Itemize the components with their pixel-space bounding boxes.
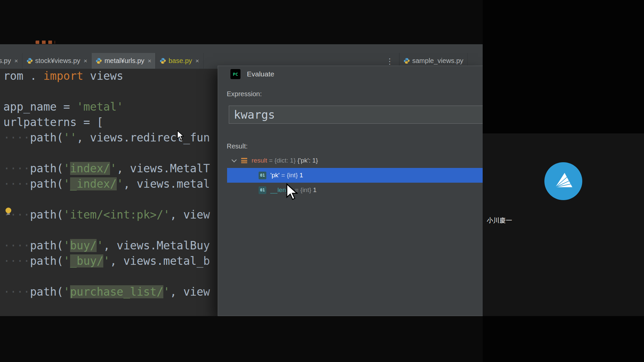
company-logo-icon (552, 170, 575, 192)
code-segment: index/ (70, 162, 110, 175)
tab-base.py[interactable]: base.py× (156, 53, 203, 69)
code-segment: path( (30, 208, 63, 221)
code-line[interactable] (3, 84, 210, 99)
mouse-cursor-editor (177, 130, 184, 142)
code-line[interactable]: ····path('index/', views.MetalT (3, 161, 210, 176)
variable-value: 1 (300, 172, 303, 179)
code-segment: ' (63, 177, 70, 190)
result-label: Result: (227, 142, 248, 150)
pycharm-logo-icon: PC (230, 69, 240, 79)
expander-chevron-icon[interactable] (231, 159, 241, 163)
participant-name: 小川慶一 (487, 216, 512, 225)
code-segment: ···· (3, 177, 30, 190)
variable-type: {int} (300, 186, 313, 194)
code-segment: ···· (3, 239, 30, 252)
equals-sign: = (279, 172, 287, 179)
evaluate-dialog: PC Evaluate Expression: kwargs Result: r… (218, 66, 483, 316)
code-segment: import (43, 69, 83, 82)
participant-avatar (544, 162, 582, 200)
code-segment: ' (103, 254, 110, 267)
code-line[interactable] (3, 269, 210, 284)
code-line[interactable] (3, 192, 210, 207)
code-segment: , views.metal (123, 177, 210, 190)
code-editor[interactable]: rom . import viewsapp_name = 'metal'urlp… (0, 68, 210, 316)
tab-stock-views.py[interactable]: stock¥views.py× (22, 53, 92, 69)
code-segment: views (83, 69, 123, 82)
variable-name: 'pk' (270, 172, 279, 179)
code-line[interactable] (3, 300, 210, 315)
code-segment: , views.MetalT (117, 162, 210, 175)
screen-share-region: s.py×stock¥views.py×metal¥urls.py×base.p… (0, 44, 483, 316)
code-segment: , view (170, 208, 210, 221)
code-segment: ' (63, 239, 70, 252)
int-variable-icon: 01 (259, 186, 266, 194)
code-segment: path( (30, 239, 63, 252)
tab-close-icon[interactable]: × (14, 58, 18, 64)
code-segment: rom . (3, 69, 43, 82)
video-call-stage: s.py×stock¥views.py×metal¥urls.py×base.p… (0, 0, 644, 362)
code-segment: , views.metal_b (110, 254, 210, 267)
code-line[interactable]: urlpatterns = [ (3, 115, 210, 130)
code-segment: path( (30, 254, 63, 267)
tree-row-pk[interactable]: 01'pk' = {int} 1 (227, 168, 483, 183)
clipped-text-fragment (36, 41, 55, 44)
code-segment: 'metal' (77, 100, 123, 113)
code-line[interactable]: ····path('purchase_list/', view (3, 284, 210, 300)
code-line[interactable]: ····path('item/<int:pk>/', view (3, 207, 210, 223)
tree-row-__len__[interactable]: 01__len__ = {int} 1 (227, 183, 483, 197)
code-line[interactable] (3, 145, 210, 161)
variable-name: result (252, 157, 267, 164)
expression-value: kwargs (234, 108, 275, 121)
python-file-icon (26, 58, 33, 64)
dict-variable-icon (241, 158, 247, 163)
video-sidebar: 小川慶一 (483, 0, 644, 362)
tab-label: sample_views.py (412, 57, 463, 65)
editor-tab-bar: s.py×stock¥views.py×metal¥urls.py×base.p… (0, 44, 483, 69)
variable-value: 1 (313, 186, 317, 194)
code-segment: ' (163, 285, 170, 298)
code-segment: ···· (3, 285, 30, 298)
code-segment: '' (63, 131, 77, 144)
code-line[interactable]: ····path(' (3, 315, 210, 316)
python-file-icon (404, 58, 410, 64)
code-segment: _index/ (70, 177, 117, 190)
tab-label: metal¥urls.py (104, 57, 144, 65)
python-file-icon (96, 58, 102, 64)
code-segment: ' (63, 285, 70, 298)
code-segment: _buy/ (70, 254, 103, 267)
code-segment: ' (117, 177, 123, 190)
code-segment: , view (170, 285, 210, 298)
code-line[interactable]: app_name = 'metal' (3, 99, 210, 115)
code-segment: path( (30, 285, 63, 298)
tab-s.py[interactable]: s.py× (0, 53, 22, 69)
tab-overflow-menu-icon[interactable]: ⋮ (385, 56, 394, 66)
code-line[interactable]: ····path('_buy/', views.metal_b (3, 253, 210, 269)
expression-label: Expression: (227, 90, 262, 98)
code-segment: , views.MetalBuy (103, 239, 210, 252)
code-line[interactable] (3, 223, 210, 238)
tab-label: base.py (168, 57, 192, 65)
tab-close-icon[interactable]: × (84, 58, 87, 64)
mouse-cursor (286, 183, 298, 202)
result-tree: result = {dict: 1} {'pk': 1}01'pk' = {in… (227, 153, 483, 197)
tree-row-result[interactable]: result = {dict: 1} {'pk': 1} (227, 153, 483, 168)
variable-value: {'pk': 1} (298, 157, 318, 164)
tab-close-icon[interactable]: × (148, 58, 151, 64)
code-line[interactable]: ····path('_index/', views.metal (3, 176, 210, 192)
code-line[interactable]: ····path('buy/', views.MetalBuy (3, 238, 210, 253)
intention-bulb-icon[interactable] (4, 207, 13, 218)
code-line[interactable]: rom . import views (3, 68, 210, 84)
code-segment: path( (30, 162, 63, 175)
code-segment: purchase_list/ (70, 285, 163, 298)
equals-sign: = (267, 157, 274, 164)
code-segment: urlpatterns = [ (3, 116, 103, 129)
python-file-icon (160, 58, 166, 64)
dialog-title: Evaluate (247, 70, 274, 78)
tab-metal-urls.py[interactable]: metal¥urls.py× (92, 53, 156, 69)
expression-input[interactable]: kwargs (229, 106, 483, 124)
code-segment: 'item/<int:pk>/' (63, 208, 170, 221)
tab-label: s.py (0, 57, 11, 65)
code-segment: buy/ (70, 239, 97, 252)
variable-type: {int} (287, 172, 300, 179)
tab-close-icon[interactable]: × (196, 58, 199, 64)
